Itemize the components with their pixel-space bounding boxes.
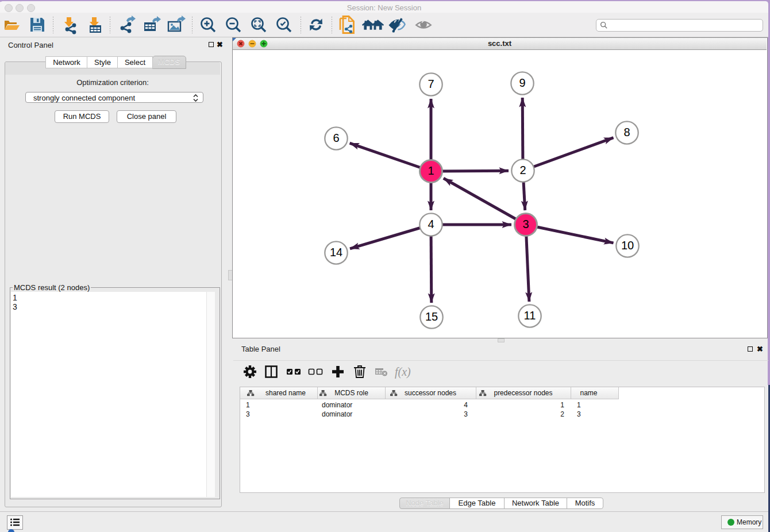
svg-text:f(x): f(x) xyxy=(395,365,411,379)
